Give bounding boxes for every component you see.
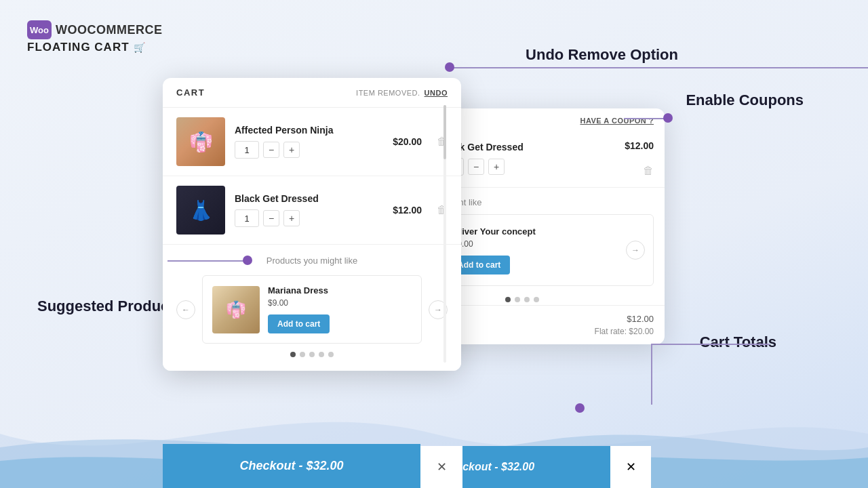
woo-logo: Woo WOOCOMMERCE: [27, 20, 163, 39]
item-image-2: 👗: [176, 186, 225, 235]
dot-totals: [575, 403, 585, 413]
connector-coupon: [624, 118, 665, 119]
carousel-dot-5: [328, 352, 334, 357]
annotation-coupons: Enable Coupons: [686, 92, 804, 109]
back-close-btn[interactable]: ✕: [610, 446, 651, 488]
undo-link[interactable]: UNDO: [425, 89, 448, 97]
back-suggestion-price: $20.00: [448, 239, 618, 249]
qty-minus-1[interactable]: −: [263, 142, 279, 158]
carousel-dot-3: [309, 352, 315, 357]
item-price-2: $12.00: [393, 205, 422, 216]
item-qty-1[interactable]: [235, 141, 259, 159]
scroll-track: [443, 105, 446, 363]
back-suggestion-name: Deliver Your concept: [448, 226, 618, 237]
carousel-dot-2: [300, 352, 305, 357]
cart-items-list: 👘 Affected Person Ninja − + $20.00 🗑 👗 B…: [163, 108, 461, 245]
item-controls-2: − +: [235, 209, 383, 227]
carousel-dot-4: [319, 352, 324, 357]
scroll-thumb: [443, 105, 446, 159]
back-item-price: $12.00: [625, 140, 654, 151]
item-controls-1: − +: [235, 141, 383, 159]
dress-image: 👗: [176, 186, 225, 235]
suggestion-info: Mariana Dress $9.00 Add to cart: [268, 285, 412, 333]
item-details-1: Affected Person Ninja − +: [235, 125, 383, 159]
back-delete-btn[interactable]: 🗑: [643, 165, 654, 177]
suggestions-carousel: ← 👘 Mariana Dress $9.00 Add to cart →: [176, 275, 448, 344]
dot-suggest: [243, 256, 252, 265]
connector-v-totals: [651, 344, 652, 405]
cart-item-1: 👘 Affected Person Ninja − + $20.00 🗑: [163, 108, 461, 176]
item-qty-2[interactable]: [235, 209, 259, 227]
dot-4: [534, 297, 539, 302]
item-removed-text: ITEM REMOVED.: [356, 89, 420, 97]
dot-2: [515, 297, 520, 302]
annotation-undo: Undo Remove Option: [526, 46, 678, 64]
floating-cart-label: FLOATING CART 🛒: [27, 41, 163, 54]
cart-item-2: 👗 Black Get Dressed − + $12.00 🗑: [163, 176, 461, 245]
annotation-totals: Cart Totals: [700, 333, 776, 351]
cart-title: CART: [176, 87, 205, 98]
dot-undo: [445, 62, 454, 72]
connector-undo: [446, 67, 868, 68]
connector-suggest: [167, 260, 245, 262]
dot-3: [524, 297, 530, 302]
item-price-1: $20.00: [393, 136, 422, 147]
connector-totals: [651, 344, 770, 345]
back-qty-plus[interactable]: +: [488, 159, 505, 175]
back-item-details: Black Get Dressed − +: [439, 142, 616, 176]
carousel-prev[interactable]: ←: [176, 300, 195, 319]
carousel-dot-1: [290, 352, 296, 357]
item-details-2: Black Get Dressed − +: [235, 193, 383, 227]
dot-1: [505, 297, 511, 302]
woo-logo-box: Woo: [27, 20, 52, 39]
annotation-suggested: Suggested Products: [37, 297, 182, 317]
front-checkout-btn[interactable]: Checkout - $32.00: [163, 444, 420, 488]
cart-header: CART ITEM REMOVED. UNDO: [163, 78, 461, 108]
item-name-2: Black Get Dressed: [235, 193, 383, 204]
suggestions-section: Products you might like ← 👘 Mariana Dres…: [163, 245, 461, 371]
ninja-image: 👘: [176, 117, 225, 166]
header: Woo WOOCOMMERCE FLOATING CART 🛒: [27, 20, 163, 54]
suggestion-image: 👘: [212, 286, 260, 333]
suggestion-card: 👘 Mariana Dress $9.00 Add to cart: [202, 275, 422, 344]
back-item-controls: − +: [439, 158, 616, 176]
carousel-dots: [176, 352, 448, 360]
qty-plus-2[interactable]: +: [283, 210, 300, 226]
woo-logo-text: WOOCOMMERCE: [56, 23, 163, 37]
item-name-1: Affected Person Ninja: [235, 125, 383, 136]
suggestion-price: $9.00: [268, 298, 412, 308]
suggestion-name: Mariana Dress: [268, 285, 412, 296]
item-image-1: 👘: [176, 117, 225, 166]
add-to-cart-btn[interactable]: Add to cart: [268, 314, 330, 333]
back-item-name: Black Get Dressed: [439, 142, 616, 152]
front-close-btn[interactable]: ✕: [420, 446, 462, 488]
qty-plus-1[interactable]: +: [283, 142, 300, 158]
back-qty-minus[interactable]: −: [468, 159, 484, 175]
dot-coupon: [663, 113, 673, 123]
front-cart-widget: CART ITEM REMOVED. UNDO 👘 Affected Perso…: [163, 78, 461, 371]
back-carousel-next[interactable]: →: [626, 241, 645, 260]
cart-icon: 🛒: [134, 42, 146, 53]
qty-minus-2[interactable]: −: [263, 210, 279, 226]
